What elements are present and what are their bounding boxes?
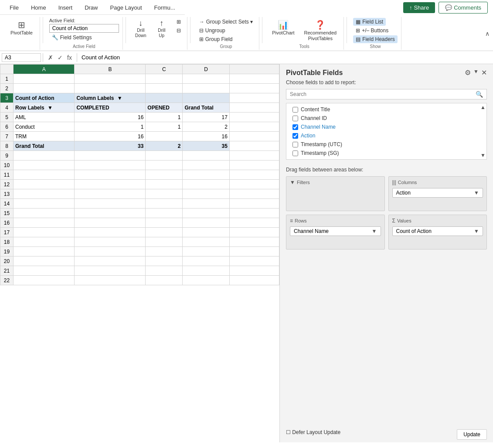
update-button[interactable]: Update <box>457 429 487 440</box>
cell-d6[interactable]: 2 <box>183 122 230 132</box>
drill-up-button[interactable]: ↑ DrillUp <box>153 18 170 39</box>
cell-c1[interactable] <box>146 74 183 84</box>
col-header-e[interactable] <box>229 65 279 74</box>
cell-d3[interactable] <box>183 93 230 103</box>
field-headers-button[interactable]: ▤ Field Headers <box>353 35 398 43</box>
collapse-button[interactable]: ⊟ <box>174 27 184 34</box>
cell-a4[interactable]: Row Labels ▼ <box>14 103 75 113</box>
plus-minus-button[interactable]: ⊞ +/– Buttons <box>353 27 391 34</box>
tab-draw[interactable]: Draw <box>78 1 104 14</box>
cell-b2[interactable] <box>75 84 146 93</box>
share-button[interactable]: ↑ Share <box>403 2 435 13</box>
pivottable-button[interactable]: ⊞ PivotTable <box>7 18 36 38</box>
cell-e7[interactable] <box>229 132 279 141</box>
field-item[interactable]: Channel ID <box>292 114 480 123</box>
values-chip-dropdown[interactable]: ▼ <box>474 228 479 234</box>
area-filters[interactable]: ▼ Filters <box>286 176 385 211</box>
pivot-panel-settings-dropdown[interactable]: ▼ <box>473 68 479 77</box>
cell-d1[interactable] <box>183 74 230 84</box>
area-rows[interactable]: ≡ Rows Channel Name ▼ <box>286 215 385 250</box>
row-labels-dropdown[interactable]: ▼ <box>48 105 53 111</box>
column-labels-dropdown[interactable]: ▼ <box>117 95 122 101</box>
spreadsheet[interactable]: A B C D 1 2 <box>0 64 279 442</box>
cell-b6[interactable]: 1 <box>75 122 146 132</box>
tab-formu[interactable]: Formu... <box>148 1 181 14</box>
search-input[interactable] <box>290 91 476 97</box>
tab-file[interactable]: File <box>3 1 25 14</box>
cancel-formula-icon[interactable]: ✗ <box>47 54 54 62</box>
cell-e3[interactable] <box>229 93 279 103</box>
values-chip-count[interactable]: Count of Action ▼ <box>392 226 483 236</box>
cell-b4[interactable]: COMPLETED <box>75 103 146 113</box>
cell-e1[interactable] <box>229 74 279 84</box>
cell-a6[interactable]: Conduct <box>14 122 75 132</box>
group-select-button[interactable]: → Group Select Sets ▾ <box>197 18 255 26</box>
cell-e5[interactable] <box>229 113 279 122</box>
cell-e6[interactable] <box>229 122 279 132</box>
field-checkbox-0[interactable] <box>292 107 298 113</box>
area-values[interactable]: Σ Values Count of Action ▼ <box>388 215 487 250</box>
col-header-b[interactable]: B <box>75 65 146 74</box>
cell-d8[interactable]: 35 <box>183 141 230 151</box>
cell-c4[interactable]: OPENED <box>146 103 183 113</box>
confirm-formula-icon[interactable]: ✓ <box>56 54 64 62</box>
cell-d4[interactable]: Grand Total <box>183 103 230 113</box>
area-columns[interactable]: ||| Columns Action ▼ <box>388 176 487 211</box>
cell-c7[interactable] <box>146 132 183 141</box>
cell-a1[interactable] <box>14 74 75 84</box>
field-checkbox-2[interactable] <box>292 124 298 130</box>
cell-d5[interactable]: 17 <box>183 113 230 122</box>
cell-d7[interactable]: 16 <box>183 132 230 141</box>
field-checkbox-5[interactable] <box>292 150 298 156</box>
field-list-scroll-down[interactable]: ▼ <box>480 152 486 158</box>
pivot-chart-button[interactable]: 📊 PivotChart <box>269 18 298 38</box>
cell-e2[interactable] <box>229 84 279 93</box>
columns-chip-action[interactable]: Action ▼ <box>392 188 483 198</box>
field-settings-button[interactable]: 🔧 Field Settings <box>49 34 95 41</box>
cell-c6[interactable]: 1 <box>146 122 183 132</box>
cell-a5[interactable]: AML <box>14 113 75 122</box>
field-checkbox-4[interactable] <box>292 142 298 147</box>
tab-insert[interactable]: Insert <box>52 1 79 14</box>
ribbon-collapse-button[interactable]: ∧ <box>485 30 490 37</box>
field-checkbox-3[interactable] <box>292 133 298 139</box>
pivot-panel-settings-icon[interactable]: ⚙ <box>465 68 471 77</box>
cell-b1[interactable] <box>75 74 146 84</box>
expand-button[interactable]: ⊞ <box>174 18 184 26</box>
field-item[interactable]: Channel Name <box>292 123 480 131</box>
col-header-c[interactable]: C <box>146 65 183 74</box>
insert-function-icon[interactable]: fx <box>66 54 73 62</box>
cell-b8[interactable]: 33 <box>75 141 146 151</box>
field-item[interactable]: Content Title <box>292 105 480 114</box>
cell-a9[interactable] <box>14 151 75 161</box>
cell-c8[interactable]: 2 <box>146 141 183 151</box>
group-field-button[interactable]: ⊞ Group Field <box>197 35 235 43</box>
drill-down-button[interactable]: ↓ DrillDown <box>132 18 150 39</box>
cell-b7[interactable]: 16 <box>75 132 146 141</box>
col-header-d[interactable]: D <box>183 65 230 74</box>
cell-a2[interactable] <box>14 84 75 93</box>
pivot-panel-close-icon[interactable]: ✕ <box>481 68 487 77</box>
cell-reference-input[interactable] <box>2 53 41 62</box>
field-item[interactable]: Timestamp (UTC) <box>292 140 480 149</box>
cell-b3[interactable]: Column Labels ▼ <box>75 93 146 103</box>
cell-a7[interactable]: TRM <box>14 132 75 141</box>
ungroup-button[interactable]: ⊟ Ungroup <box>197 27 228 34</box>
field-list-button[interactable]: ▦ Field List <box>353 18 386 26</box>
cell-c5[interactable]: 1 <box>146 113 183 122</box>
rows-chip-channel[interactable]: Channel Name ▼ <box>290 226 381 236</box>
field-item[interactable]: Action <box>292 131 480 140</box>
columns-chip-dropdown[interactable]: ▼ <box>474 190 479 196</box>
cell-d2[interactable] <box>183 84 230 93</box>
field-checkbox-1[interactable] <box>292 116 298 121</box>
cell-b5[interactable]: 16 <box>75 113 146 122</box>
active-field-input[interactable] <box>49 24 119 33</box>
tab-home[interactable]: Home <box>25 1 52 14</box>
tab-page-layout[interactable]: Page Layout <box>104 1 148 14</box>
cell-a3[interactable]: Count of Action <box>14 93 75 103</box>
cell-c2[interactable] <box>146 84 183 93</box>
col-header-a[interactable]: A <box>14 65 75 74</box>
rows-chip-dropdown[interactable]: ▼ <box>372 228 377 234</box>
cell-a8[interactable]: Grand Total <box>14 141 75 151</box>
cell-e4[interactable] <box>229 103 279 113</box>
